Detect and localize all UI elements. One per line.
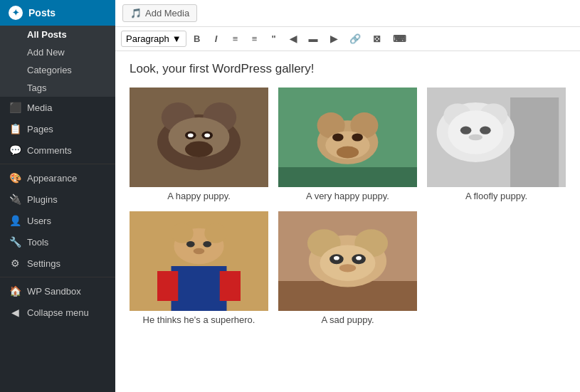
svg-rect-29	[172, 266, 227, 311]
svg-point-26	[480, 127, 491, 134]
ordered-list-button[interactable]: ≡	[246, 31, 263, 47]
gallery-caption-5: A sad puppy.	[321, 314, 374, 325]
add-media-button[interactable]: 🎵 Add Media	[122, 4, 197, 22]
sidebar-logo[interactable]: ✦ Posts	[0, 0, 115, 26]
plugins-icon: 🔌	[9, 194, 21, 205]
sidebar-divider	[0, 164, 115, 164]
gallery-item-5: A sad puppy.	[278, 211, 417, 325]
gallery-caption-4: He thinks he's a superhero.	[143, 314, 255, 325]
gallery-image-1[interactable]	[130, 88, 268, 187]
align-center-button[interactable]: ▬	[304, 31, 323, 47]
sidebar-item-tools[interactable]: 🔧 Tools	[0, 231, 115, 253]
sidebar-item-comments-label: Comments	[27, 145, 72, 156]
svg-rect-30	[157, 271, 178, 301]
svg-point-43	[320, 245, 376, 281]
sidebar-item-settings-label: Settings	[27, 258, 60, 269]
sidebar-sub-all-posts[interactable]: All Posts	[0, 26, 115, 43]
svg-point-27	[469, 134, 483, 140]
sidebar-logo-label: Posts	[28, 7, 56, 18]
svg-point-8	[188, 133, 194, 137]
unordered-list-button[interactable]: ≡	[227, 31, 244, 47]
blockquote-button[interactable]: "	[265, 31, 283, 47]
sidebar-divider-2	[0, 277, 115, 277]
align-left-button[interactable]: ◀	[285, 31, 302, 47]
wp-sandbox-icon: 🏠	[9, 285, 21, 297]
sidebar-sub-add-new[interactable]: Add New	[0, 43, 115, 61]
svg-point-18	[352, 133, 363, 141]
sidebar-item-pages[interactable]: 📋 Pages	[0, 118, 115, 139]
add-media-label: Add Media	[145, 8, 189, 18]
link-button[interactable]: 🔗	[344, 31, 366, 47]
sidebar-item-plugins[interactable]: 🔌 Plugins	[0, 189, 115, 210]
sidebar-item-users[interactable]: 👤 Users	[0, 210, 115, 231]
appearance-icon: 🎨	[9, 172, 21, 184]
sidebar-item-media[interactable]: ⬛ Media	[0, 97, 115, 118]
svg-point-47	[356, 256, 362, 260]
svg-point-24	[448, 110, 503, 154]
gallery-item-2: A very happy puppy.	[278, 88, 417, 201]
editor-content: Look, your first WordPress gallery!	[115, 51, 580, 392]
format-select[interactable]: Paragraph ▼	[121, 31, 186, 47]
sidebar-item-media-label: Media	[27, 102, 52, 113]
gallery-image-2[interactable]	[278, 88, 417, 187]
users-icon: 👤	[9, 215, 21, 226]
settings-icon: ⚙	[9, 258, 21, 269]
gallery-item-4: He thinks he's a superhero.	[130, 211, 268, 325]
sidebar-item-collapse-menu[interactable]: ◀ Collapse menu	[0, 302, 115, 323]
sidebar-item-collapse-label: Collapse menu	[27, 307, 89, 318]
unlink-button[interactable]: ⊠	[368, 31, 386, 47]
sidebar-item-wp-sandbox-label: WP Sandbox	[27, 286, 81, 297]
italic-button[interactable]: I	[208, 31, 225, 47]
svg-point-33	[172, 223, 194, 243]
add-media-toolbar: 🎵 Add Media	[115, 0, 580, 27]
gallery-image-4[interactable]	[130, 211, 268, 311]
bold-button[interactable]: B	[189, 31, 206, 47]
sidebar-item-pages-label: Pages	[27, 124, 53, 134]
sidebar-item-wp-sandbox[interactable]: 🏠 WP Sandbox	[0, 280, 115, 302]
svg-point-34	[204, 223, 226, 243]
add-media-icon: 🎵	[130, 8, 142, 18]
gallery-title: Look, your first WordPress gallery!	[130, 62, 566, 76]
svg-point-46	[334, 256, 339, 260]
svg-point-37	[194, 248, 205, 254]
gallery-grid: A happy puppy.	[130, 88, 566, 325]
gallery-caption-1: A happy puppy.	[167, 191, 231, 201]
gallery-item-3: A floofly puppy.	[427, 88, 566, 201]
sidebar-item-settings[interactable]: ⚙ Settings	[0, 253, 115, 274]
svg-rect-31	[220, 271, 241, 301]
format-select-arrow: ▼	[172, 33, 181, 44]
svg-rect-20	[510, 97, 559, 187]
sidebar-item-users-label: Users	[27, 216, 51, 226]
gallery-image-5[interactable]	[278, 211, 417, 311]
svg-point-16	[337, 147, 359, 159]
sidebar-item-appearance[interactable]: 🎨 Appearance	[0, 167, 115, 189]
gallery-caption-2: A very happy puppy.	[306, 191, 389, 201]
main-content: 🎵 Add Media Paragraph ▼ B I ≡ ≡ " ◀ ▬ ▶ …	[115, 0, 580, 392]
svg-point-25	[460, 127, 472, 134]
keyboard-button[interactable]: ⌨	[388, 31, 411, 47]
wp-logo-icon: ✦	[9, 6, 23, 20]
sidebar-sub-tags[interactable]: Tags	[0, 79, 115, 97]
collapse-icon: ◀	[9, 307, 21, 318]
comments-icon: 💬	[9, 144, 21, 156]
sidebar: ✦ Posts All Posts Add New Categories Tag…	[0, 0, 115, 392]
svg-point-5	[185, 142, 213, 157]
svg-point-9	[204, 133, 210, 137]
svg-point-17	[332, 133, 344, 141]
sidebar-item-tools-label: Tools	[27, 237, 48, 248]
gallery-image-3[interactable]	[427, 88, 566, 187]
sidebar-item-comments[interactable]: 💬 Comments	[0, 139, 115, 161]
svg-rect-11	[278, 167, 417, 187]
align-right-button[interactable]: ▶	[325, 31, 342, 47]
sidebar-sub-categories[interactable]: Categories	[0, 61, 115, 79]
editor-toolbar: Paragraph ▼ B I ≡ ≡ " ◀ ▬ ▶ 🔗 ⊠ ⌨	[115, 27, 580, 51]
gallery-item-1: A happy puppy.	[130, 88, 268, 201]
pages-icon: 📋	[9, 123, 21, 134]
gallery-caption-3: A floofly puppy.	[465, 191, 527, 201]
posts-submenu: All Posts Add New Categories Tags	[0, 26, 115, 97]
tools-icon: 🔧	[9, 236, 21, 248]
svg-point-36	[203, 241, 211, 247]
svg-point-35	[186, 241, 195, 247]
sidebar-item-appearance-label: Appearance	[27, 173, 77, 184]
format-select-value: Paragraph	[126, 33, 169, 44]
